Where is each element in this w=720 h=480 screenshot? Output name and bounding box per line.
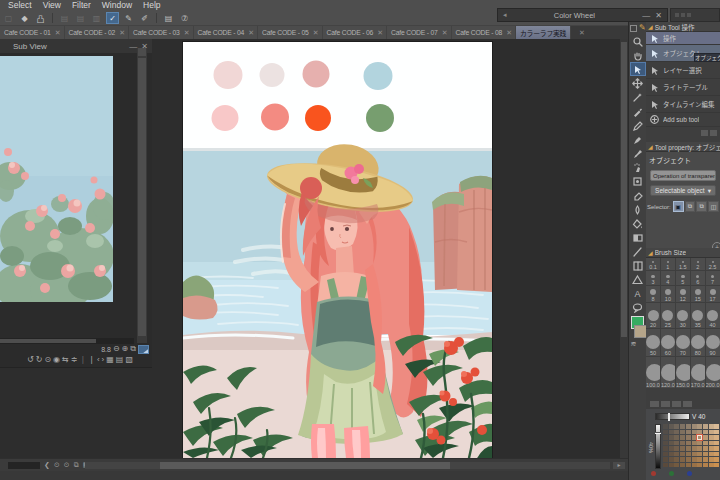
brush-size-cell[interactable]: 20 <box>646 303 660 328</box>
rotate-ccw-icon[interactable]: ⊙ <box>54 461 60 469</box>
color-mix-cell[interactable] <box>703 457 708 462</box>
tab-close-icon[interactable]: ✕ <box>506 29 512 37</box>
color-mix-cell[interactable] <box>680 430 685 435</box>
paste-icon[interactable]: ▥ <box>90 12 103 24</box>
brush-size-cell[interactable]: 0.1 <box>646 258 660 270</box>
dock-icon[interactable] <box>681 13 685 17</box>
text-tool[interactable]: A <box>630 286 646 300</box>
sub-tool-row[interactable]: タイムライン編集 <box>646 96 720 113</box>
grid-icon[interactable]: › <box>102 355 105 365</box>
tab-close-icon[interactable]: ✕ <box>313 29 319 37</box>
color-mix-cell[interactable] <box>680 424 685 429</box>
color-mix-cell[interactable] <box>663 446 668 451</box>
menu-item-help[interactable]: Help <box>143 0 160 11</box>
value-slider[interactable] <box>655 413 690 420</box>
color-mix-cell[interactable] <box>697 457 702 462</box>
brush-size-cell[interactable]: 17 <box>706 286 720 302</box>
color-mix-cell[interactable] <box>680 441 685 446</box>
slider-handle[interactable] <box>668 413 670 421</box>
magic-tool[interactable] <box>630 90 646 104</box>
color-mix-cell[interactable] <box>714 430 719 435</box>
reset-icon[interactable]: ⊙ <box>44 355 51 365</box>
color-mix-cell[interactable] <box>714 435 719 440</box>
figure-tool[interactable] <box>630 272 646 286</box>
color-mix-cell[interactable] <box>709 463 714 468</box>
blue-dot[interactable] <box>687 471 692 476</box>
color-mix-cell[interactable] <box>686 463 691 468</box>
color-mix-cell[interactable] <box>686 441 691 446</box>
preset-icon[interactable] <box>672 401 681 407</box>
color-mix-cell[interactable] <box>674 430 679 435</box>
document-tab[interactable]: Cafe CODE - 06✕ <box>323 26 388 39</box>
red-dot[interactable] <box>651 471 656 476</box>
gradient-tool[interactable] <box>630 230 646 244</box>
brush-size-cell[interactable]: 70 <box>676 329 690 356</box>
brightness-slider[interactable] <box>655 424 661 469</box>
brush-size-cell[interactable]: 200.0 <box>706 357 720 388</box>
color-mix-cell[interactable] <box>669 441 674 446</box>
color-mix-cell[interactable] <box>692 441 697 446</box>
color-mix-cell[interactable] <box>686 457 691 462</box>
color-mix-grid[interactable] <box>663 424 720 468</box>
decoration-tool[interactable] <box>630 174 646 188</box>
brush-size-cell[interactable]: 60 <box>661 329 675 356</box>
color-mix-cell[interactable] <box>669 435 674 440</box>
fit-icon[interactable]: ⧉ <box>130 344 136 354</box>
preset-icon[interactable] <box>650 401 659 407</box>
document-tab[interactable]: Cafe CODE - 04✕ <box>194 26 259 39</box>
color-mix-cell[interactable] <box>697 424 702 429</box>
color-mix-cell[interactable] <box>714 463 719 468</box>
move-tool[interactable] <box>630 76 646 90</box>
brush-size-cell[interactable]: 120.0 <box>661 357 675 388</box>
center-icon[interactable]: ◉ <box>53 355 60 365</box>
preset-icon[interactable] <box>683 401 692 407</box>
pen-panel-icon[interactable]: ✎ <box>639 23 646 33</box>
color-mix-cell[interactable] <box>669 457 674 462</box>
color-mix-cell[interactable] <box>663 452 668 457</box>
color-mix-cell[interactable] <box>674 463 679 468</box>
brush-size-cell[interactable]: 50 <box>646 329 660 356</box>
color-mix-cell[interactable] <box>709 424 714 429</box>
color-mix-cell[interactable] <box>674 452 679 457</box>
scrollbar-thumb[interactable] <box>621 42 627 337</box>
panel-tab-icon[interactable] <box>630 25 637 32</box>
document-tab[interactable]: Cafe CODE - 08✕ <box>452 26 517 39</box>
color-mix-cell[interactable] <box>663 430 668 435</box>
color-mix-cell[interactable] <box>692 452 697 457</box>
color-mix-cell[interactable] <box>669 446 674 451</box>
brush-size-cell[interactable]: 40 <box>706 303 720 328</box>
color-mix-cell[interactable] <box>709 452 714 457</box>
color-mix-cell[interactable] <box>709 441 714 446</box>
pencil-tool[interactable] <box>630 118 646 132</box>
color-mix-cell[interactable] <box>709 446 714 451</box>
folder-icon[interactable]: ▦ <box>106 355 114 365</box>
color-mix-cell[interactable] <box>714 446 719 451</box>
dock-icon[interactable] <box>675 13 679 17</box>
color-mix-cell[interactable] <box>714 424 719 429</box>
brush-size-cell[interactable]: 90 <box>706 329 720 356</box>
brush-size-cell[interactable]: 2.5 <box>706 258 720 270</box>
color-mix-cell[interactable] <box>680 452 685 457</box>
tab-close-icon[interactable]: ✕ <box>119 29 125 37</box>
tab-close-icon[interactable]: ✕ <box>442 29 448 37</box>
color-mix-cell[interactable] <box>663 463 668 468</box>
color-mix-cell[interactable] <box>674 446 679 451</box>
sub-tool-row[interactable]: Add sub tool <box>646 113 720 127</box>
zoom-in-icon[interactable]: ⊕ <box>122 344 129 354</box>
scroll-right-button[interactable]: ▸ <box>613 462 625 469</box>
color-mix-cell[interactable] <box>703 424 708 429</box>
pen-curve-icon[interactable]: ✎ <box>122 12 135 24</box>
ruler-icon[interactable]: ≑ <box>71 355 78 365</box>
color-mix-cell[interactable] <box>697 441 702 446</box>
color-mix-cell[interactable] <box>714 452 719 457</box>
zoom-tool[interactable] <box>630 34 646 48</box>
color-mix-cell[interactable] <box>663 457 668 462</box>
document-tab-active[interactable]: カラーラフ実践✕ <box>516 26 571 39</box>
prev-icon[interactable]: ❘ <box>88 355 95 365</box>
color-mix-cell[interactable] <box>674 435 679 440</box>
auto-switch-button[interactable] <box>138 345 149 354</box>
menu-item-window[interactable]: Window <box>102 0 132 11</box>
document-tab[interactable]: Cafe CODE - 01✕ <box>0 26 65 39</box>
brush-size-cell[interactable]: 4 <box>661 271 675 285</box>
close-icon[interactable]: ✕ <box>655 11 662 20</box>
